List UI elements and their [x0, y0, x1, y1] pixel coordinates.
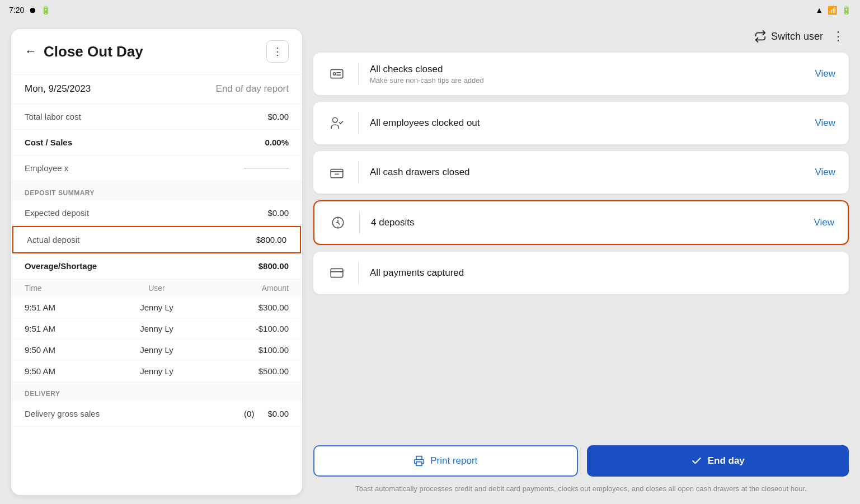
deposit-amount-4: $500.00 — [201, 366, 289, 376]
actual-deposit-row: Actual deposit $800.00 — [12, 226, 301, 253]
item-divider — [359, 211, 360, 234]
checks-text: All checks closed Make sure non-cash tip… — [370, 64, 806, 84]
panel-title: Close Out Day — [44, 43, 143, 60]
employees-view-button[interactable]: View — [815, 117, 835, 129]
payments-text: All payments captured — [370, 267, 835, 279]
svg-rect-9 — [331, 269, 343, 277]
delivery-qty: (0) — [244, 409, 254, 418]
deposit-user-3: Jenny Ly — [112, 345, 200, 355]
total-labor-value: $0.00 — [267, 112, 289, 121]
cost-sales-value: 0.00% — [265, 138, 289, 147]
status-time: 7:20 — [9, 6, 24, 15]
checks-subtitle: Make sure non-cash tips are added — [370, 76, 806, 84]
checks-title: All checks closed — [370, 64, 806, 75]
delivery-header: DELIVERY — [11, 382, 302, 401]
deposits-icon — [328, 213, 348, 233]
footer-note: Toast automatically processes credit and… — [313, 477, 849, 495]
action-row: Print report End day — [313, 436, 849, 477]
deposits-title: 4 deposits — [371, 217, 805, 228]
checklist-item-payments: All payments captured — [313, 252, 849, 294]
table-row: 9:50 AM Jenny Ly $500.00 — [11, 361, 302, 382]
employees-title: All employees clocked out — [370, 117, 806, 129]
date-row: Mon, 9/25/2023 End of day report — [11, 74, 302, 104]
table-row: 9:50 AM Jenny Ly $100.00 — [11, 340, 302, 361]
deposits-text: 4 deposits — [371, 217, 805, 228]
item-divider — [358, 112, 359, 134]
delivery-gross-label: Delivery gross sales — [25, 409, 100, 418]
svg-rect-5 — [331, 169, 343, 178]
date-display: Mon, 9/25/2023 — [25, 83, 91, 95]
actual-deposit-label: Actual deposit — [27, 235, 79, 244]
col-amount-header: Amount — [201, 284, 289, 293]
drawers-title: All cash drawers closed — [370, 167, 806, 178]
item-divider — [358, 262, 359, 284]
cost-sales-row: Cost / Sales 0.00% — [11, 130, 302, 156]
table-row: 9:51 AM Jenny Ly $300.00 — [11, 297, 302, 318]
expected-deposit-label: Expected deposit — [25, 208, 89, 218]
wifi-icon: ▲ — [815, 6, 823, 15]
signal-icon: 📶 — [828, 6, 837, 15]
deposit-summary-header: DEPOSIT SUMMARY — [11, 181, 302, 200]
print-report-label: Print report — [430, 455, 477, 467]
switch-user-icon — [754, 30, 767, 43]
left-panel-menu-button[interactable]: ⋮ — [266, 40, 289, 63]
deposit-table-header: Time User Amount — [11, 279, 302, 297]
cost-sales-label: Cost / Sales — [25, 138, 72, 147]
svg-rect-0 — [331, 69, 343, 78]
employee-dash — [244, 168, 289, 168]
right-menu-button[interactable]: ⋮ — [832, 29, 844, 44]
checklist-item-drawers: All cash drawers closed View — [313, 151, 849, 194]
right-header: Switch user ⋮ — [313, 29, 849, 53]
delivery-gross-row: Delivery gross sales (0) $0.00 — [11, 401, 302, 427]
main-container: ← Close Out Day ⋮ Mon, 9/25/2023 End of … — [0, 20, 860, 504]
drawers-view-button[interactable]: View — [815, 167, 835, 178]
left-panel: ← Close Out Day ⋮ Mon, 9/25/2023 End of … — [11, 29, 302, 495]
item-divider — [358, 63, 359, 85]
col-time-header: Time — [25, 284, 112, 293]
overage-shortage-row: Overage/Shortage $800.00 — [11, 253, 302, 279]
deposits-view-button[interactable]: View — [814, 217, 834, 228]
checks-view-button[interactable]: View — [815, 68, 835, 79]
payments-title: All payments captured — [370, 267, 835, 279]
deposit-time-2: 9:51 AM — [25, 324, 112, 333]
print-report-button[interactable]: Print report — [313, 445, 578, 477]
total-labor-row: Total labor cost $0.00 — [11, 104, 302, 130]
checklist-item-checks: All checks closed Make sure non-cash tip… — [313, 53, 849, 95]
checklist-item-employees: All employees clocked out View — [313, 102, 849, 144]
battery-icon: 🔋 — [41, 6, 50, 15]
drawers-icon — [327, 162, 347, 182]
switch-user-label: Switch user — [771, 31, 823, 43]
deposit-user-2: Jenny Ly — [112, 324, 200, 333]
left-content: Total labor cost $0.00 Cost / Sales 0.00… — [11, 104, 302, 495]
svg-point-4 — [332, 117, 337, 123]
kebab-icon: ⋮ — [272, 45, 283, 58]
end-day-button[interactable]: End day — [587, 445, 849, 477]
svg-point-1 — [333, 73, 336, 75]
deposit-user-1: Jenny Ly — [112, 303, 200, 312]
col-user-header: User — [112, 284, 200, 293]
total-labor-label: Total labor cost — [25, 112, 81, 121]
table-row: 9:51 AM Jenny Ly -$100.00 — [11, 318, 302, 340]
deposit-time-1: 9:51 AM — [25, 303, 112, 312]
deposit-amount-3: $100.00 — [201, 345, 289, 355]
expected-deposit-value: $0.00 — [267, 208, 289, 218]
payments-icon — [327, 263, 347, 283]
overage-label: Overage/Shortage — [25, 261, 97, 271]
end-day-label: End day — [708, 455, 745, 467]
drawers-text: All cash drawers closed — [370, 167, 806, 178]
svg-rect-11 — [416, 462, 422, 466]
employee-row: Employee x — [11, 156, 302, 181]
back-button[interactable]: ← — [25, 44, 37, 59]
switch-user-button[interactable]: Switch user — [754, 30, 823, 43]
right-panel: Switch user ⋮ All checks closed — [313, 29, 849, 495]
deposit-amount-1: $300.00 — [201, 303, 289, 312]
status-bar: 7:20 ⏺ 🔋 ▲ 📶 🔋 — [0, 0, 860, 20]
deposit-amount-2: -$100.00 — [201, 324, 289, 333]
deposit-time-3: 9:50 AM — [25, 345, 112, 355]
checks-icon — [327, 64, 347, 84]
employees-text: All employees clocked out — [370, 117, 806, 129]
checklist-item-deposits: 4 deposits View — [313, 200, 849, 245]
overage-value: $800.00 — [259, 261, 289, 271]
left-panel-header: ← Close Out Day ⋮ — [11, 29, 302, 74]
checklist: All checks closed Make sure non-cash tip… — [313, 53, 849, 436]
